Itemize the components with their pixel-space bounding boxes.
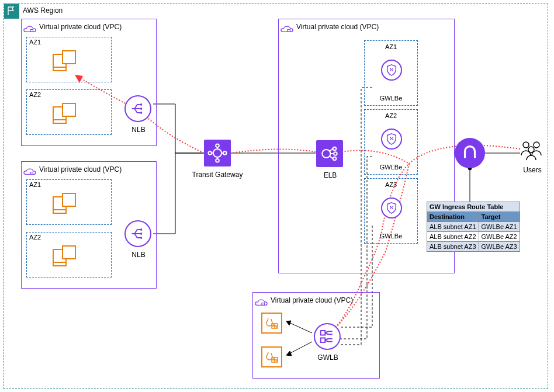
svg-rect-22 — [321, 331, 326, 335]
svg-rect-4 — [30, 30, 33, 32]
transit-gateway-icon — [204, 140, 231, 166]
az-box-az1: AZ1 — [26, 37, 112, 82]
svg-point-7 — [216, 144, 219, 147]
az-label: AZ3 — [365, 181, 417, 188]
nlb-icon — [124, 95, 151, 122]
users-label: Users — [497, 166, 554, 174]
svg-point-18 — [528, 147, 534, 152]
az-box-az1: AZ1 GWLBe — [364, 40, 418, 106]
vpc-label: Virtual private cloud (VPC) — [271, 296, 353, 304]
firewall-icon — [261, 346, 282, 367]
route-table-cell: GWLBe AZ2 — [479, 232, 520, 242]
az-label: AZ2 — [365, 112, 417, 119]
vpc-icon — [23, 164, 36, 176]
az-label: AZ2 — [29, 91, 41, 98]
route-table-col: Target — [479, 212, 520, 222]
nlb-icon — [124, 220, 151, 247]
vpc-bottom-left: Virtual private cloud (VPC) AZ1 AZ2 NLB — [21, 161, 157, 289]
gwlb-label: GWLB — [293, 353, 363, 362]
gwlbe-icon — [381, 129, 402, 150]
svg-rect-23 — [321, 338, 326, 343]
instance-stack — [53, 193, 77, 217]
route-table-cell: GWLBe AZ3 — [479, 242, 520, 252]
svg-point-15 — [333, 157, 337, 161]
svg-point-13 — [333, 147, 337, 151]
svg-rect-11 — [288, 30, 290, 32]
route-table-cell: GWLBe AZ1 — [479, 222, 520, 232]
vpc-label: Virtual private cloud (VPC) — [39, 23, 122, 31]
az-label: AZ2 — [29, 234, 41, 241]
vpc-label: Virtual private cloud (VPC) — [39, 165, 122, 174]
route-table-title: GW Ingress Route Table — [427, 202, 520, 212]
az-box-az2: AZ2 — [26, 89, 112, 135]
transit-gateway-label: Transit Gateway — [182, 171, 252, 179]
region-flag-icon — [4, 4, 19, 19]
svg-point-9 — [208, 151, 212, 155]
diagram-canvas: AWS Region Virtual private cloud (VPC) A… — [0, 0, 554, 392]
vpc-icon — [255, 294, 268, 307]
nlb-label: NLB — [103, 126, 174, 134]
svg-point-6 — [213, 149, 221, 157]
svg-point-16 — [523, 142, 529, 148]
nlb-label: NLB — [103, 251, 174, 259]
internet-gateway-icon — [455, 138, 485, 168]
elb-icon — [316, 140, 343, 167]
vpc-bottom: Virtual private cloud (VPC) GWLB — [252, 292, 380, 379]
gwlb-icon — [314, 323, 341, 350]
az-label: AZ1 — [29, 181, 41, 188]
az-box-az2: AZ2 GWLBe — [364, 109, 418, 175]
route-table-cell: ALB subnet AZ1 — [427, 222, 479, 232]
svg-point-17 — [534, 142, 539, 148]
users-icon — [519, 139, 546, 162]
svg-point-14 — [334, 152, 337, 155]
az-box-az2: AZ2 — [26, 232, 112, 277]
gwlbe-label: GWLBe — [365, 95, 417, 102]
route-table-cell: ALB subnet AZ2 — [427, 232, 479, 242]
vpc-icon — [281, 21, 293, 34]
route-table: GW Ingress Route Table DestinationTarget… — [427, 202, 520, 252]
route-table-col: Destination — [427, 212, 479, 222]
instance-stack — [53, 245, 77, 270]
instance-stack — [53, 103, 77, 127]
az-box-az3: AZ3 GWLBe — [364, 178, 418, 244]
route-table-cell: ALB subnet AZ3 — [427, 242, 479, 252]
gwlbe-label: GWLBe — [365, 164, 417, 171]
vpc-label: Virtual private cloud (VPC) — [296, 23, 379, 31]
vpc-top-left: Virtual private cloud (VPC) AZ1 AZ2 NLB — [21, 19, 157, 146]
gwlbe-icon — [381, 197, 402, 218]
vpc-icon — [23, 21, 36, 34]
region-label: AWS Region — [23, 6, 63, 15]
az-label: AZ1 — [29, 39, 41, 46]
gwlbe-icon — [381, 60, 402, 81]
svg-point-8 — [216, 159, 219, 162]
svg-point-10 — [223, 151, 227, 155]
firewall-icon — [261, 313, 282, 334]
elb-label: ELB — [295, 171, 365, 179]
az-box-az1: AZ1 — [26, 179, 112, 225]
instance-stack — [53, 50, 77, 75]
az-label: AZ1 — [365, 43, 417, 50]
gwlbe-label: GWLBe — [365, 233, 417, 240]
svg-point-12 — [322, 150, 330, 158]
